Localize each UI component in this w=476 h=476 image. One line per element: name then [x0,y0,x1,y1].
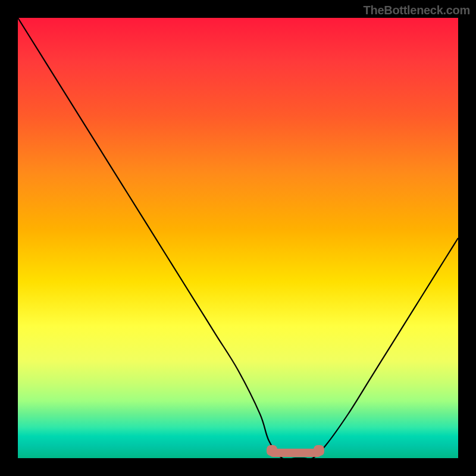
watermark-label: TheBottleneck.com [364,4,470,17]
flat-region-marker-left [267,445,277,456]
plot-area [18,18,458,458]
bottleneck-curve [18,18,458,458]
chart-container: TheBottleneck.com [0,0,476,476]
flat-region-marker-right [314,445,324,456]
